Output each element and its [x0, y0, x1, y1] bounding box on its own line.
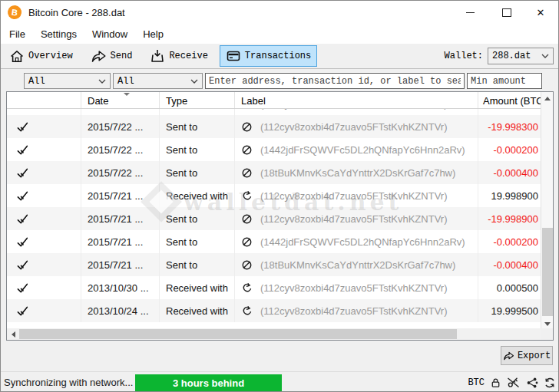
confirmed-check-icon — [16, 213, 29, 225]
tx-date: 2015/7/22 ... — [81, 115, 160, 138]
tx-date: 2015/7/21 ... — [81, 230, 160, 253]
chevron-down-icon — [190, 79, 198, 84]
column-status[interactable] — [7, 92, 81, 108]
tx-type: Received with — [160, 109, 235, 115]
confirmed-check-icon — [16, 109, 29, 110]
tx-type: Received with — [160, 276, 235, 299]
table-row[interactable]: 2015/7/21 ...Sent to(1442jdFrSQWVFc5DL2h… — [7, 230, 541, 253]
received-label-icon — [241, 282, 253, 294]
tx-amount: -19.998300 — [488, 121, 538, 133]
tx-amount: 0.000500 — [497, 282, 538, 294]
chevron-down-icon — [98, 79, 106, 84]
table-row[interactable]: 2013/10/30 ...Received with(112cyv8zoxbi… — [7, 276, 541, 299]
title-bar: B Bitcoin Core - 288.dat ✕ — [1, 1, 558, 24]
unit-display[interactable]: BTC — [468, 377, 485, 388]
confirmed-check-icon — [16, 190, 29, 202]
horizontal-scroll-thumb[interactable] — [19, 329, 457, 339]
tx-amount: -19.998900 — [488, 213, 538, 225]
scroll-up-button[interactable] — [541, 92, 554, 104]
tx-date: 2015/7/21 ... — [81, 207, 160, 230]
tx-type: Sent to — [160, 161, 235, 184]
no-label-icon — [241, 167, 253, 179]
tx-date: 2015/7/22 ... — [81, 109, 160, 115]
table-row[interactable]: 2015/7/22 ...Sent to(112cyv8zoxbi4d7zuav… — [7, 115, 541, 138]
horizontal-scrollbar[interactable] — [7, 328, 553, 340]
tab-receive[interactable]: Receive — [144, 45, 213, 67]
search-input[interactable] — [205, 73, 465, 89]
menu-file[interactable]: File — [2, 25, 33, 43]
tx-amount: -19.998000 — [488, 109, 538, 110]
toolbar: Overview Send Receive Transactions Walle… — [1, 44, 558, 69]
wallet-label: Wallet: — [445, 51, 483, 61]
triangle-left-icon — [12, 331, 15, 338]
wallet-select[interactable]: 288.dat — [488, 48, 554, 64]
scrollbar-corner — [541, 328, 553, 340]
filter-row: All All — [1, 70, 558, 91]
scroll-left-button[interactable] — [7, 328, 19, 340]
table-row[interactable]: 2015/7/21 ...Sent to(112cyv8zoxbi4d7zuav… — [7, 207, 541, 230]
column-amount[interactable]: Amount (BTC) — [478, 92, 541, 108]
triangle-down-icon — [544, 322, 551, 326]
no-label-icon — [241, 259, 253, 271]
menu-settings[interactable]: Settings — [33, 25, 84, 43]
confirmed-check-icon — [16, 167, 29, 179]
vertical-scrollbar[interactable] — [541, 92, 553, 330]
status-bar: Synchronizing with network... 3 hours be… — [1, 371, 558, 391]
sync-progress-bar: 3 hours behind — [135, 374, 282, 391]
column-date[interactable]: Date — [81, 92, 160, 108]
lock-icon[interactable] — [490, 377, 501, 389]
transactions-card-icon — [226, 48, 241, 64]
tab-send[interactable]: Send — [84, 46, 139, 67]
table-row[interactable]: 2015/7/21 ...Received with(112cyv8zoxbi4… — [7, 184, 541, 207]
tx-type: Sent to — [160, 230, 235, 253]
table-header: Date Type Label Amount (BTC) — [7, 92, 541, 109]
close-button[interactable]: ✕ — [528, 1, 554, 24]
received-label-icon — [241, 109, 253, 110]
tx-address: (18tBuKMnvKsCaYdYnttrX2DsKrGaf7c7hw) — [260, 259, 455, 271]
tx-date: 2015/7/22 ... — [81, 161, 160, 184]
minimize-button[interactable] — [457, 1, 483, 24]
table-row[interactable]: 2015/7/22 ...Sent to(1442jdFrSQWVFc5DL2h… — [7, 138, 541, 161]
confirmed-check-icon — [16, 144, 29, 156]
sync-refresh-icon[interactable] — [544, 377, 556, 389]
column-label[interactable]: Label — [235, 92, 478, 108]
received-label-icon — [241, 190, 253, 202]
tab-transactions[interactable]: Transactions — [220, 45, 317, 67]
table-row[interactable]: 2015/7/22 ...Sent to(18tBuKMnvKsCaYdYntt… — [7, 161, 541, 184]
transactions-table: Date Type Label Amount (BTC) 2015/7/22 .… — [6, 91, 554, 341]
min-amount-input[interactable] — [467, 73, 542, 89]
tab-overview[interactable]: Overview — [3, 46, 79, 67]
date-filter-select[interactable]: All — [24, 73, 111, 89]
tx-address: (112cyv8zoxbi4d7zuavo5FTstKvhKZNTVr) — [260, 190, 447, 202]
menu-help[interactable]: Help — [135, 25, 171, 43]
vertical-scroll-thumb[interactable] — [542, 228, 553, 316]
type-filter-select[interactable]: All — [113, 73, 203, 89]
export-arrow-icon — [503, 351, 514, 361]
no-label-icon — [241, 236, 253, 248]
tx-address: (112cyv8zoxbi4d7zuavo5FTstKvhKZNTVr) — [260, 109, 447, 110]
column-type[interactable]: Type — [160, 92, 235, 108]
table-row[interactable]: 2013/10/24 ...Received with(112cyv8zoxbi… — [7, 299, 541, 322]
tx-address: (18tBuKMnvKsCaYdYnttrX2DsKrGaf7c7hw) — [260, 167, 455, 179]
no-label-icon — [241, 121, 253, 133]
network-peers-icon[interactable] — [526, 377, 538, 389]
tx-type: Sent to — [160, 207, 235, 230]
maximize-button[interactable] — [494, 1, 520, 24]
tx-date: 2013/10/24 ... — [81, 299, 160, 322]
table-row[interactable]: 2015/7/22 ...Received with(112cyv8zoxbi4… — [7, 109, 541, 115]
menu-window[interactable]: Window — [84, 25, 135, 43]
tx-date: 2015/7/22 ... — [81, 138, 160, 161]
bitcoin-logo-icon: B — [7, 5, 22, 20]
send-arrow-icon — [91, 49, 107, 64]
tx-amount: -0.000400 — [493, 167, 538, 179]
hd-key-disabled-icon[interactable] — [507, 377, 521, 388]
tx-date: 2015/7/21 ... — [81, 184, 160, 207]
tx-address: (112cyv8zoxbi4d7zuavo5FTstKvhKZNTVr) — [260, 213, 447, 225]
triangle-up-icon — [544, 97, 551, 100]
tx-type: Sent to — [160, 138, 235, 161]
tx-amount: -0.000400 — [493, 259, 538, 271]
table-row[interactable]: 2015/7/21 ...Sent to(18tBuKMnvKsCaYdYntt… — [7, 253, 541, 276]
menu-bar: File Settings Window Help — [1, 24, 558, 44]
app-window: B Bitcoin Core - 288.dat ✕ File Settings… — [0, 0, 559, 392]
export-button[interactable]: Export — [501, 346, 553, 365]
